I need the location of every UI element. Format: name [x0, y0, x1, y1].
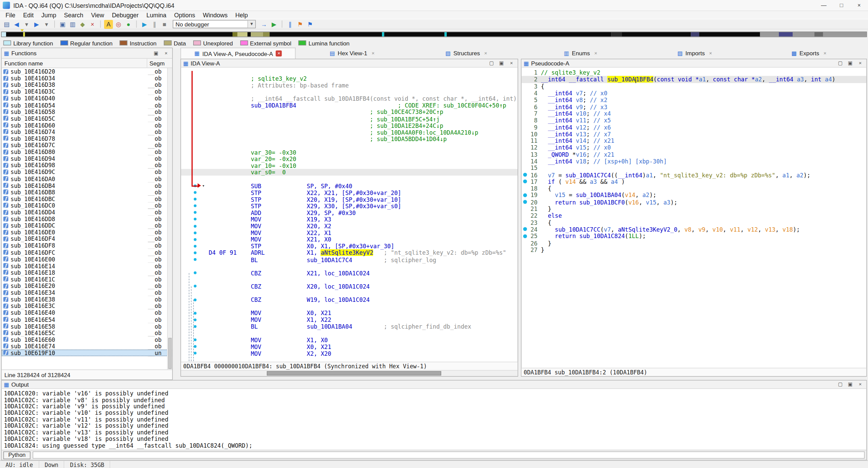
function-row[interactable]: ƒsub_10E416E60__ob: [2, 336, 172, 343]
horizontal-scrollbar[interactable]: [181, 370, 518, 376]
asm-line[interactable]: CBZ X20, loc_10DA1C024: [181, 283, 518, 290]
close-icon[interactable]: ×: [162, 51, 170, 56]
chevron-down-icon[interactable]: ▾: [247, 20, 255, 27]
asm-line[interactable]: MOV X21, X0: [181, 236, 518, 243]
pseudocode-line[interactable]: 6 __int64 v9; // x3: [522, 103, 867, 110]
asm-line[interactable]: [181, 176, 518, 182]
forward-icon[interactable]: ▶: [32, 20, 41, 28]
asm-line[interactable]: ▾SUB SP, SP, #0x40: [181, 182, 518, 189]
scrollbar-thumb[interactable]: [168, 338, 172, 369]
function-row[interactable]: ƒsub_10E416DC0__ob: [2, 202, 172, 209]
output-line[interactable]: 10DA1C02C: variable 'v11' is possibly un…: [4, 416, 866, 422]
tab-close-icon[interactable]: ×: [708, 50, 714, 56]
tab-close-icon[interactable]: ×: [822, 50, 828, 56]
tab-close-icon[interactable]: ×: [483, 50, 489, 56]
pseudocode-line[interactable]: 20 return sub_10DA1BCF0(v16, v15, a3);: [522, 199, 867, 206]
breakpoint-icon[interactable]: ◎: [114, 20, 123, 28]
pseudocode-line[interactable]: 1// sqlite3_key_v2: [522, 69, 867, 76]
output-log[interactable]: 10DA1C020: variable 'v16' is possibly un…: [2, 389, 866, 450]
menu-item-lumina[interactable]: Lumina: [142, 12, 170, 18]
function-row[interactable]: ƒsub_10E416DB8__ob: [2, 189, 172, 195]
asm-line[interactable]: var_s0= 0: [181, 169, 518, 176]
asm-line[interactable]: STP X22, X21, [SP,#0x30+var_20]: [181, 189, 518, 196]
pseudocode-view[interactable]: 1// sqlite3_key_v22__int64 __fastcall su…: [522, 67, 867, 368]
asm-line[interactable]: MOV X0, X21: [181, 343, 518, 350]
asm-line[interactable]: CBZ X21, loc_10DA1C024: [181, 270, 518, 276]
continue-icon[interactable]: ▶: [269, 20, 278, 28]
asm-line[interactable]: BL sub_10DA1C7C4 ; sqlcipher_log: [181, 256, 518, 263]
function-row[interactable]: ƒsub_10E416E40__ob: [2, 309, 172, 316]
asm-line[interactable]: sub_10DA1BFB4 ; CODE XREF: sub_10CE0F04C…: [181, 102, 518, 109]
asm-line[interactable]: [181, 290, 518, 296]
output-line[interactable]: 10DA1C02C: variable 'v18' is possibly un…: [4, 435, 866, 442]
menu-item-debugger[interactable]: Debugger: [108, 12, 143, 18]
save-icon[interactable]: ▤: [2, 20, 11, 28]
pseudocode-line[interactable]: 9 __int64 v12; // x6: [522, 124, 867, 131]
pseudocode-line[interactable]: 27}: [522, 246, 867, 253]
tab-close-icon[interactable]: ×: [370, 50, 376, 56]
column-function-name[interactable]: Function name: [2, 59, 147, 67]
close-icon[interactable]: ×: [856, 382, 864, 387]
function-row[interactable]: ƒsub_10E416E54__ob: [2, 316, 172, 323]
pseudocode-line[interactable]: 24 sub_10DA1C7CC(v7, aNtSqlite3KeyV2_0, …: [522, 226, 867, 233]
menu-item-help[interactable]: Help: [231, 12, 252, 18]
function-row[interactable]: ƒsub_10E416E3C__ob: [2, 303, 172, 309]
tab-hex-view-1[interactable]: ▤Hex View-1×: [296, 47, 410, 59]
pseudocode-line[interactable]: 19 v15 = sub_10DA1BA04(v14, a2);: [522, 192, 867, 199]
function-row[interactable]: ƒsub_10E416D94__ob: [2, 155, 172, 162]
function-row[interactable]: ƒsub_10E416D34__ob: [2, 75, 172, 82]
minimize-button[interactable]: —: [815, 0, 832, 11]
navigation-band[interactable]: [0, 30, 868, 38]
collapse-icon[interactable]: ▾: [202, 183, 205, 188]
function-row[interactable]: ƒsub_10E416DBC__ob: [2, 195, 172, 202]
function-row[interactable]: ƒsub_10E416D60__ob: [2, 122, 172, 129]
function-row[interactable]: ƒsub_10E416D98__ob: [2, 162, 172, 169]
asm-line[interactable]: ADD X29, SP, #0x30: [181, 209, 518, 216]
cli-input[interactable]: [33, 451, 865, 459]
function-row[interactable]: ƒsub_10E416E5C__ob: [2, 329, 172, 336]
pseudocode-line[interactable]: 18 {: [522, 185, 867, 192]
asm-line[interactable]: ; sub_10DA1BF5C+54↑j: [181, 116, 518, 122]
float-icon[interactable]: ▣: [846, 60, 854, 66]
function-row[interactable]: ƒsub_10E416D54__ob: [2, 102, 172, 109]
asm-line[interactable]: [181, 263, 518, 270]
navigation-band-track[interactable]: [1, 32, 867, 37]
menu-item-view[interactable]: View: [87, 12, 108, 18]
asm-line[interactable]: STP X0, X1, [SP,#0x30+var_30]: [181, 243, 518, 250]
asm-line[interactable]: ; sub_10DA5BDD4+1D04↓p: [181, 136, 518, 142]
start-process-icon[interactable]: ▶: [140, 20, 149, 28]
python-button[interactable]: Python: [3, 451, 31, 459]
column-segment[interactable]: Segm: [147, 60, 172, 66]
pseudocode-line[interactable]: 15: [522, 164, 867, 171]
vertical-splitter[interactable]: [173, 47, 181, 380]
function-row[interactable]: ƒsub_10E416DB4__ob: [2, 182, 172, 189]
function-row[interactable]: ƒsub_10E416D7C__ob: [2, 142, 172, 149]
asm-line[interactable]: [181, 303, 518, 310]
function-row[interactable]: ƒsub_10E416D3C__ob: [2, 88, 172, 95]
asm-line[interactable]: var_10= -0x10: [181, 162, 518, 169]
jump-icon[interactable]: ▣: [58, 20, 67, 28]
tab-close-icon[interactable]: ×: [276, 51, 282, 57]
pseudocode-line[interactable]: 25 return sub_10DA1C824(1LL);: [522, 233, 867, 239]
function-row[interactable]: ƒsub_10E416D9C__ob: [2, 169, 172, 175]
asm-line[interactable]: ; sub_10DA1E2B4+24C↓p: [181, 122, 518, 129]
tab-imports[interactable]: ▨Imports×: [639, 47, 753, 59]
tab-enums[interactable]: ▥Enums×: [524, 47, 639, 59]
function-row[interactable]: ƒsub_10E416E74__ob: [2, 343, 172, 350]
columns-icon[interactable]: ∥: [286, 20, 295, 28]
function-row[interactable]: ƒsub_10E416D5C__ob: [2, 115, 172, 122]
output-line[interactable]: 10DA1C02C: variable 'v12' is possibly un…: [4, 422, 866, 429]
pseudocode-line[interactable]: 16 v7 = sub_10DA1C7C4((__int64)a1, "nt_s…: [522, 171, 867, 178]
asm-line[interactable]: var_30= -0x30: [181, 149, 518, 156]
close-button[interactable]: ×: [850, 0, 868, 11]
function-row[interactable]: ƒsub_10E416E34__ob: [2, 289, 172, 296]
float-icon[interactable]: ▣: [152, 51, 160, 56]
function-row[interactable]: ƒsub_10E416E00__ob: [2, 256, 172, 262]
asm-line[interactable]: MOV X2, X20: [181, 350, 518, 357]
tab-ida-view-a-pseudocode-a[interactable]: ▦IDA View-A, Pseudocode-A×: [180, 47, 296, 59]
function-row[interactable]: ƒsub_10E416E1C__ob: [2, 276, 172, 282]
asm-line[interactable]: MOV X0, X21: [181, 310, 518, 316]
asm-line[interactable]: [181, 276, 518, 283]
pseudocode-line[interactable]: 22 else: [522, 212, 867, 219]
menu-item-windows[interactable]: Windows: [199, 12, 231, 18]
